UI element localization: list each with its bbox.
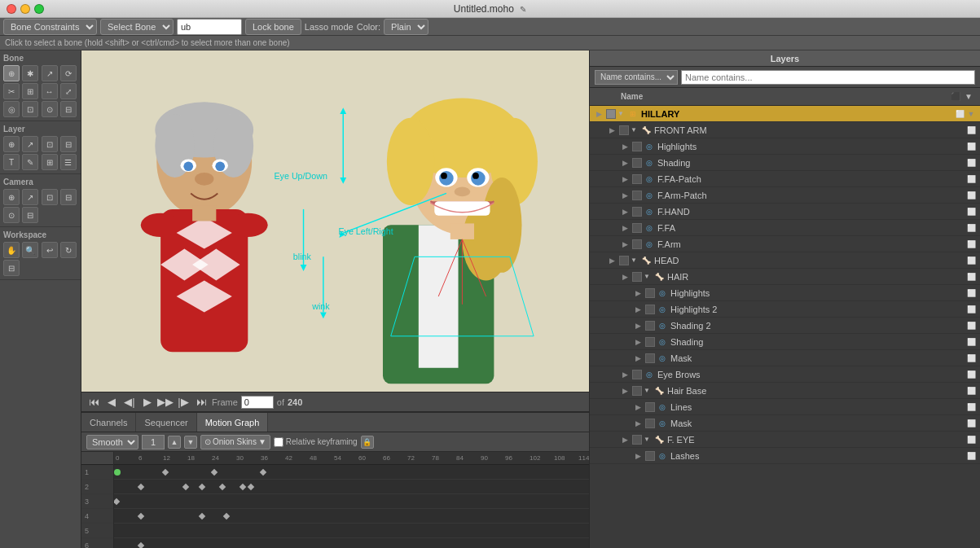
tool-camera-6[interactable]: ⊟ — [22, 207, 38, 223]
layer-row-hair[interactable]: ▶ ▼ 🦴 HAIR ⬜ — [590, 269, 980, 285]
relative-keyframing-checkbox[interactable] — [274, 437, 283, 447]
select-bone-select[interactable]: Select Bone — [100, 19, 174, 35]
layer-check-hairbase[interactable] — [632, 386, 642, 396]
tab-motion-graph[interactable]: Motion Graph — [197, 413, 269, 432]
layer-expand-feye[interactable]: ▼ — [644, 436, 652, 443]
tool-layer-7[interactable]: ⊞ — [42, 154, 58, 170]
transport-to-start[interactable]: ⏮ — [86, 395, 101, 410]
bone-constraints-select[interactable]: Bone Constraints — [3, 19, 97, 35]
layer-row-ffa-patch[interactable]: ▶ ◎ F.FA-Patch ⬜ — [590, 171, 980, 187]
layer-row-highlights-3[interactable]: ▶ ◎ Highlights 2 ⬜ — [590, 301, 980, 318]
layer-row-lines[interactable]: ▶ ◎ Lines ⬜ — [590, 399, 980, 415]
tool-camera-3[interactable]: ⊡ — [42, 189, 58, 205]
layer-row-farm[interactable]: ▶ ◎ F.Arm ⬜ — [590, 236, 980, 252]
layer-row-mask-2[interactable]: ▶ ◎ Mask ⬜ — [590, 415, 980, 432]
timeline-lock-icon[interactable]: 🔒 — [361, 436, 374, 449]
layer-expand-front-arm[interactable]: ▼ — [631, 126, 639, 134]
tool-camera-5[interactable]: ⊙ — [3, 207, 20, 223]
layer-check-sh3[interactable] — [645, 337, 655, 347]
layer-row-farm-patch[interactable]: ▶ ◎ F.Arm-Patch ⬜ — [590, 187, 980, 204]
layer-row-fhand[interactable]: ▶ ◎ F.HAND ⬜ — [590, 204, 980, 220]
transport-fast-forward[interactable]: ▶▶ — [158, 395, 173, 410]
layer-check-mask2[interactable] — [645, 419, 655, 428]
keyframe-1-2[interactable] — [211, 469, 218, 476]
tool-layer-1[interactable]: ⊕ — [3, 136, 20, 152]
keyframe-1-1[interactable] — [162, 469, 169, 476]
layer-expand-hair[interactable]: ▼ — [644, 273, 652, 280]
layer-check-feye[interactable] — [632, 435, 642, 445]
tool-bone-8[interactable]: ⤢ — [60, 83, 77, 99]
tool-bone-9[interactable]: ◎ — [3, 101, 20, 117]
lock-bone-button[interactable]: Lock bone — [245, 19, 301, 35]
maximize-button[interactable] — [34, 4, 44, 14]
tool-bone-1[interactable]: ⊕ — [3, 65, 20, 81]
tool-bone-3[interactable]: ↗ — [42, 65, 58, 81]
tool-camera-2[interactable]: ↗ — [22, 189, 38, 205]
layer-row-eyebrows[interactable]: ▶ ◎ Eye Brows ⬜ — [590, 366, 980, 383]
keyframe-3-1[interactable] — [114, 498, 120, 505]
layer-expand-head[interactable]: ▼ — [631, 256, 639, 264]
layer-check-front-arm[interactable] — [619, 125, 629, 135]
keyframe-2-4[interactable] — [219, 484, 226, 490]
layer-row-highlights-2[interactable]: ▶ ◎ Highlights ⬜ — [590, 285, 980, 301]
tool-camera-1[interactable]: ⊕ — [3, 189, 20, 205]
layer-check-sh1[interactable] — [632, 158, 642, 168]
tool-bone-2[interactable]: ✱ — [22, 65, 38, 81]
layer-check-fhand[interactable] — [632, 207, 642, 217]
layer-row-shading-3[interactable]: ▶ ◎ Shading ⬜ — [590, 334, 980, 350]
tab-sequencer[interactable]: Sequencer — [136, 413, 196, 432]
tool-layer-5[interactable]: T — [3, 154, 20, 170]
plain-select[interactable]: Plain — [384, 19, 428, 35]
keyframe-1-3[interactable] — [260, 469, 266, 476]
keyframe-6-1[interactable] — [138, 542, 144, 548]
layers-search-input[interactable] — [681, 70, 975, 85]
tool-layer-2[interactable]: ↗ — [22, 136, 38, 152]
relative-keyframing-label[interactable]: Relative keyframing — [274, 437, 358, 447]
frame-input[interactable] — [241, 396, 274, 409]
search-input[interactable] — [177, 19, 242, 35]
layer-check-farm[interactable] — [632, 191, 642, 200]
tool-layer-3[interactable]: ⊡ — [42, 136, 58, 152]
tool-layer-4[interactable]: ⊟ — [60, 136, 77, 152]
layer-check-hillary[interactable] — [606, 109, 616, 119]
layers-mode-select[interactable]: Name contains... — [595, 70, 678, 85]
transport-prev-frame[interactable]: ◀ — [104, 395, 119, 410]
fps-arrow-up[interactable]: ▲ — [168, 436, 181, 449]
transport-next-key[interactable]: |▶ — [176, 395, 191, 410]
tool-bone-5[interactable]: ✂ — [3, 83, 20, 99]
tool-bone-4[interactable]: ⟳ — [60, 65, 77, 81]
minimize-button[interactable] — [20, 4, 30, 14]
tab-channels[interactable]: Channels — [81, 413, 136, 432]
layer-row-lashes[interactable]: ▶ ◎ Lashes ⬜ — [590, 448, 980, 464]
tool-bone-10[interactable]: ⊡ — [22, 101, 38, 117]
tool-ws-5[interactable]: ⊟ — [3, 260, 20, 276]
layer-check-eyebrows[interactable] — [632, 370, 642, 379]
layer-row-ffa[interactable]: ▶ ◎ F.FA ⬜ — [590, 220, 980, 236]
tool-bone-12[interactable]: ⊟ — [60, 101, 77, 117]
keyframe-4-2[interactable] — [199, 513, 205, 520]
layer-check-hl1[interactable] — [632, 142, 642, 151]
layer-row-mask-1[interactable]: ▶ ◎ Mask ⬜ — [590, 350, 980, 366]
layer-row-shading-2[interactable]: ▶ ◎ Shading 2 ⬜ — [590, 318, 980, 334]
keyframe-2-5[interactable] — [240, 484, 246, 490]
layer-expand-hillary[interactable]: ▼ — [617, 110, 626, 117]
layer-check-mask1[interactable] — [645, 353, 655, 363]
layer-check-ffa2[interactable] — [632, 223, 642, 233]
smooth-select[interactable]: Smooth — [86, 435, 138, 449]
keyframe-2-3[interactable] — [199, 484, 205, 490]
layer-check-lashes[interactable] — [645, 451, 655, 461]
tool-camera-4[interactable]: ⊟ — [60, 189, 77, 205]
layer-check-sh2[interactable] — [645, 321, 655, 331]
keyframe-2-6[interactable] — [248, 484, 254, 490]
layer-row-shading-1[interactable]: ▶ ◎ Shading ⬜ — [590, 155, 980, 171]
fps-input[interactable] — [142, 435, 165, 449]
keyframe-4-1[interactable] — [138, 513, 144, 520]
tool-ws-4[interactable]: ↻ — [60, 242, 77, 258]
layer-row-highlights-1[interactable]: ▶ ◎ Highlights ⬜ — [590, 138, 980, 155]
layer-check-hl3[interactable] — [645, 305, 655, 314]
layer-check-lines[interactable] — [645, 402, 655, 412]
transport-play[interactable]: ▶ — [140, 395, 155, 410]
tool-bone-6[interactable]: ⊞ — [22, 83, 38, 99]
layer-row-hillary[interactable]: ▶ ▼ ⊞ HILLARY ⬜ ▼ — [590, 106, 980, 122]
tool-ws-3[interactable]: ↩ — [42, 242, 58, 258]
